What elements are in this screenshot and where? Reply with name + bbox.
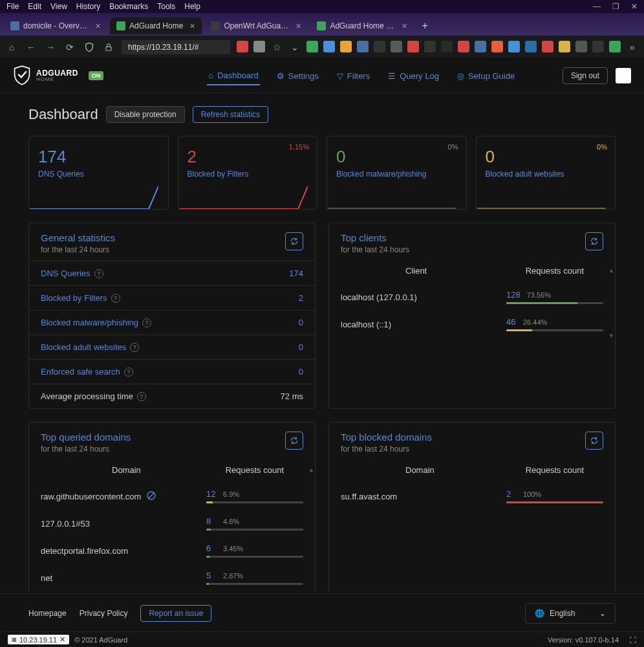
ext-icon[interactable] [441,41,453,52]
nav-query-log[interactable]: ☰Query Log [387,67,440,85]
ext-icon[interactable] [592,41,604,52]
browser-tab[interactable]: AdGuard Home Dark Theme | U ✕ [310,17,414,34]
close-tab-icon[interactable]: ✕ [95,22,101,30]
refresh-panel-button[interactable] [585,232,603,250]
lock-icon[interactable] [102,41,115,54]
menu-file[interactable]: File [6,2,19,11]
ext-icon[interactable] [340,41,352,52]
bottom-bar: ▦ 10.23.19.11 ✕ © 2021 AdGuard Version: … [0,631,644,647]
menu-history[interactable]: History [76,2,100,11]
ext-icon[interactable] [575,41,587,52]
url-field[interactable]: https://10.23.19.11/# [122,40,230,54]
url-text: https://10.23.19.11/# [128,43,199,52]
browser-tab[interactable]: domicile - Overview - LuCI ✕ [4,17,107,34]
ext-icon[interactable] [391,41,402,52]
window-minimize-icon[interactable]: — [593,2,601,11]
ext-icon[interactable] [525,41,537,52]
refresh-statistics-button[interactable]: Refresh statistics [193,106,268,123]
window-close-icon[interactable]: ✕ [631,2,638,11]
stat-card[interactable]: 0% 0 Blocked malware/phishing [327,136,467,210]
stat-row-label[interactable]: Blocked malware/phishing ? [41,318,151,327]
stat-card[interactable]: 1.15% 2 Blocked by Filters [178,136,318,210]
tray-icon[interactable] [616,68,631,83]
window-maximize-icon[interactable]: ❐ [612,2,619,11]
language-select[interactable]: 🌐English ⌄ [525,603,616,624]
help-icon[interactable]: ? [94,269,103,278]
help-icon[interactable]: ? [111,294,120,303]
ext-icon[interactable] [237,41,248,52]
footer-homepage-link[interactable]: Homepage [28,609,67,618]
menu-edit[interactable]: Edit [28,2,41,11]
stat-row-label[interactable]: Blocked by Filters ? [41,293,120,303]
row-name[interactable]: net [41,573,52,583]
pocket-icon[interactable]: ⌄ [288,41,301,54]
row-name[interactable]: detectportal.firefox.com [41,546,128,556]
ext-icon[interactable] [253,41,265,52]
ext-icon[interactable] [609,41,621,52]
browser-tab[interactable]: AdGuard Home ✕ [110,17,202,34]
row-name[interactable]: 127.0.0.1#53 [41,519,90,529]
stat-card[interactable]: 174 DNS Queries [28,136,169,210]
browser-tab[interactable]: OpenWrt AdGuard Home 101 | ✕ [204,17,308,34]
ext-icon[interactable] [424,41,436,52]
stat-row-label[interactable]: DNS Queries ? [41,269,103,278]
shield-icon[interactable] [83,41,96,54]
row-name[interactable]: localhost (127.0.0.1) [341,292,417,302]
ext-icon[interactable] [306,41,318,52]
ext-icon[interactable] [491,41,503,52]
refresh-panel-button[interactable] [285,232,303,250]
forward-icon[interactable]: → [44,41,57,54]
close-chip-icon[interactable]: ✕ [59,635,65,644]
back-icon[interactable]: ← [25,41,38,54]
refresh-panel-button[interactable] [585,432,603,450]
close-tab-icon[interactable]: ✕ [402,22,407,30]
refresh-panel-button[interactable] [285,432,303,450]
reload-icon[interactable]: ⟳ [63,41,76,54]
ip-chip[interactable]: ▦ 10.23.19.11 ✕ [8,635,69,644]
row-name[interactable]: su.ff.avast.com [341,492,397,501]
close-tab-icon[interactable]: ✕ [189,22,195,30]
help-icon[interactable]: ? [137,392,146,401]
row-name[interactable]: raw.githubusercontent.com [41,490,156,503]
ext-icon[interactable] [323,41,335,52]
row-bar [206,556,303,558]
more-icon[interactable]: » [626,41,639,54]
disable-protection-button[interactable]: Disable protection [106,106,185,123]
menu-help[interactable]: Help [184,2,200,11]
help-icon[interactable]: ? [130,343,139,352]
expand-icon[interactable]: ⛶ [629,636,636,644]
ext-icon[interactable] [458,41,469,52]
menu-tools[interactable]: Tools [157,2,175,11]
star-icon[interactable]: ☆ [270,41,283,54]
stat-label: Blocked by Filters [188,170,308,179]
nav-settings[interactable]: ⚙Settings [275,67,320,85]
ext-icon[interactable] [475,41,486,52]
row-name[interactable]: localhost (::1) [341,320,391,329]
copyright: © 2021 AdGuard [74,636,127,644]
stat-row-label[interactable]: Enforced safe search ? [41,367,133,377]
new-tab-button[interactable]: + [416,17,433,34]
close-tab-icon[interactable]: ✕ [295,22,301,30]
ext-icon[interactable] [508,41,520,52]
stat-row-label[interactable]: Blocked adult websites ? [41,342,139,352]
menu-bookmarks[interactable]: Bookmarks [109,2,148,11]
home-icon[interactable]: ⌂ [5,41,18,54]
blocked-icon[interactable] [146,490,156,503]
footer-privacy-link[interactable]: Privacy Policy [80,609,128,618]
ext-icon[interactable] [374,41,385,52]
stat-card[interactable]: 0% 0 Blocked adult websites [476,136,616,210]
report-issue-button[interactable]: Report an issue [140,605,211,622]
help-icon[interactable]: ? [142,318,151,327]
ext-icon[interactable] [542,41,553,52]
ext-icon[interactable] [357,41,369,52]
ext-icon[interactable] [407,41,419,52]
ext-icon[interactable] [559,41,570,52]
help-icon[interactable]: ? [124,367,133,377]
nav-filters[interactable]: ▽Filters [336,67,371,85]
scrollbar[interactable]: ▲▼ [608,267,614,339]
logo[interactable]: ADGUARD HOME ON [13,65,103,86]
signout-button[interactable]: Sign out [563,67,608,84]
nav-setup-guide[interactable]: ◎Setup Guide [456,67,516,85]
menu-view[interactable]: View [50,2,67,11]
nav-dashboard[interactable]: ⌂Dashboard [207,67,259,85]
